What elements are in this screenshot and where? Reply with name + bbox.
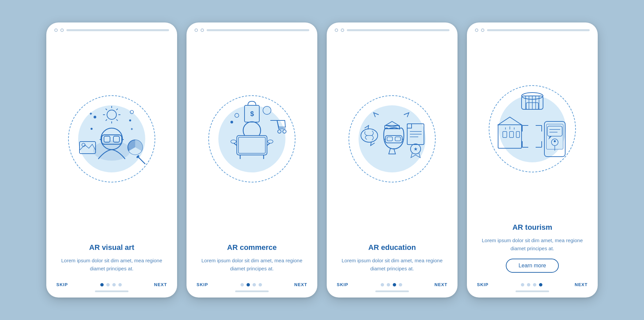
svg-point-7 <box>107 110 116 119</box>
svg-point-38 <box>230 121 233 123</box>
dots-container <box>100 283 122 286</box>
svg-line-13 <box>116 119 118 121</box>
top-dot-1 <box>475 29 478 32</box>
dot-1 <box>387 283 390 286</box>
bottom-bar <box>516 290 549 292</box>
svg-line-15 <box>106 119 107 121</box>
dots-container <box>521 283 542 286</box>
svg-rect-44 <box>395 137 400 141</box>
dot-2 <box>253 283 256 286</box>
dot-3 <box>539 283 542 286</box>
svg-line-25 <box>139 157 145 164</box>
screen-desc: Lorem ipsum dolor sit dim amet, mea regi… <box>337 257 447 273</box>
nav-bar: SKIP NEXT <box>46 279 177 289</box>
dot-3 <box>399 283 402 286</box>
top-line <box>487 29 590 31</box>
dots-container <box>240 283 262 286</box>
learn-more-button[interactable]: Learn more <box>506 259 559 273</box>
svg-point-34 <box>278 130 281 133</box>
next-button[interactable]: NEXT <box>434 282 447 287</box>
svg-point-19 <box>130 110 133 114</box>
screen-ar-education: ★ AR education Lorem ipsum dolor sit dim… <box>327 22 458 298</box>
top-dot-2 <box>201 29 204 32</box>
top-dot-1 <box>195 29 198 32</box>
dot-0 <box>381 283 384 286</box>
dot-1 <box>106 283 110 286</box>
nav-bar: SKIP NEXT <box>327 279 458 289</box>
dot-0 <box>521 283 524 286</box>
top-dot-2 <box>341 29 344 32</box>
svg-rect-66 <box>503 131 507 138</box>
svg-point-79 <box>554 140 556 142</box>
bottom-bar <box>235 290 269 292</box>
svg-rect-68 <box>516 131 520 138</box>
nav-bar: SKIP NEXT <box>467 279 598 289</box>
svg-point-0 <box>93 141 130 161</box>
dots-container <box>381 283 402 286</box>
skip-button[interactable]: SKIP <box>337 282 348 287</box>
screen-desc: Lorem ipsum dolor sit dim amet, mea regi… <box>477 236 588 253</box>
phone-top-bar <box>467 22 598 35</box>
top-dot-2 <box>60 29 64 32</box>
screens-container: ✦ ✦ AR visual art Lorem ipsum dolor sit … <box>33 9 611 311</box>
dot-1 <box>247 283 250 286</box>
skip-button[interactable]: SKIP <box>197 282 208 287</box>
screen-desc: Lorem ipsum dolor sit dim amet, mea regi… <box>56 257 167 273</box>
screen-title: AR education <box>337 243 447 252</box>
svg-line-14 <box>116 109 118 110</box>
svg-text:✦: ✦ <box>89 111 93 116</box>
dot-1 <box>527 283 530 286</box>
screen-title: AR tourism <box>477 223 588 232</box>
top-line <box>207 29 309 31</box>
illustration-ar-commerce: $ <box>193 35 311 243</box>
screen-ar-commerce: $ AR commerce Lorem ipsum dolor sit dim … <box>186 22 317 298</box>
ar-commerce-svg: $ <box>205 92 299 186</box>
top-line <box>347 29 449 31</box>
phone-top-bar <box>46 22 177 35</box>
ar-education-svg: ★ <box>345 92 439 186</box>
top-dot-2 <box>481 29 484 32</box>
content-ar-commerce: AR commerce Lorem ipsum dolor sit dim am… <box>186 243 317 279</box>
svg-marker-64 <box>498 117 522 125</box>
top-line <box>66 29 169 31</box>
next-button[interactable]: NEXT <box>154 282 167 287</box>
svg-line-12 <box>106 109 107 110</box>
svg-text:$: $ <box>250 110 254 117</box>
screen-ar-tourism: AR tourism Lorem ipsum dolor sit dim ame… <box>467 22 598 298</box>
screen-ar-visual-art: ✦ ✦ AR visual art Lorem ipsum dolor sit … <box>46 22 177 298</box>
dot-2 <box>533 283 536 286</box>
svg-point-36 <box>263 106 271 114</box>
content-ar-tourism: AR tourism Lorem ipsum dolor sit dim ame… <box>467 223 598 279</box>
svg-point-31 <box>268 140 273 143</box>
top-dot-1 <box>54 29 58 32</box>
screen-title: AR visual art <box>56 243 167 252</box>
screen-title: AR commerce <box>197 243 307 252</box>
svg-marker-40 <box>385 121 399 127</box>
skip-button[interactable]: SKIP <box>56 282 68 287</box>
next-button[interactable]: NEXT <box>294 282 307 287</box>
top-dot-1 <box>335 29 338 32</box>
svg-rect-67 <box>509 131 514 138</box>
svg-rect-43 <box>387 137 392 141</box>
illustration-ar-tourism <box>474 35 591 223</box>
dot-2 <box>393 283 396 286</box>
bottom-bar <box>95 290 128 292</box>
bottom-bar <box>375 290 409 292</box>
ar-tourism-svg <box>485 82 579 176</box>
nav-bar: SKIP NEXT <box>186 279 317 289</box>
dot-0 <box>240 283 244 286</box>
next-button[interactable]: NEXT <box>575 282 588 287</box>
dot-3 <box>118 283 122 286</box>
svg-rect-28 <box>237 136 267 155</box>
svg-point-30 <box>231 140 236 143</box>
phone-top-bar <box>327 22 458 35</box>
svg-point-37 <box>235 113 239 117</box>
content-ar-visual-art: AR visual art Lorem ipsum dolor sit dim … <box>46 243 177 279</box>
svg-point-35 <box>283 130 286 133</box>
dot-2 <box>112 283 116 286</box>
illustration-ar-education: ★ <box>333 35 451 243</box>
svg-point-18 <box>91 128 93 130</box>
svg-text:★: ★ <box>414 146 418 152</box>
screen-desc: Lorem ipsum dolor sit dim amet, mea regi… <box>197 257 307 273</box>
skip-button[interactable]: SKIP <box>477 282 488 287</box>
